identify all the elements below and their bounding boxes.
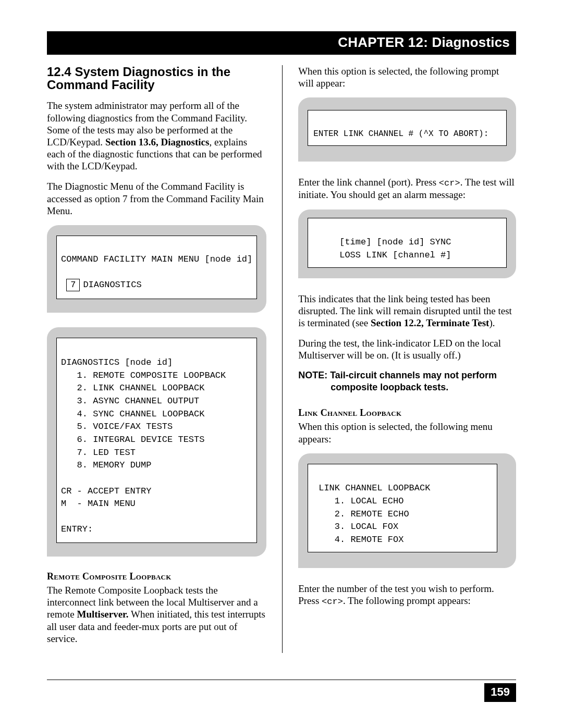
terminal-title: LINK CHANNEL LOOPBACK [319,483,430,493]
column-divider [282,65,283,653]
text: . The following prompt appears: [343,595,471,606]
note-line1: NOTE: Tail-circuit channels may not perf… [298,370,497,380]
chapter-bar: CHAPTER 12: Diagnostics [47,31,516,55]
section-title: 12.4 System Diagnostics in the Command F… [47,65,266,91]
menu-item: 8. MEMORY DUMP [77,460,152,470]
menu-item: 3. LOCAL FOX [335,522,398,532]
terminal-prompt: ENTRY: [61,524,93,534]
para-remote-composite: The Remote Composite Loopback tests the … [47,584,266,645]
para-intro-1: The system administrator may perform all… [47,100,266,172]
menu-item: 4. REMOTE FOX [335,535,404,545]
terminal-line: LOSS LINK [channel #] [339,250,451,260]
terminal-inner: COMMAND FACILITY MAIN MENU [node id] 7DI… [56,236,257,300]
terminal-line: COMMAND FACILITY MAIN MENU [node id] [61,254,252,264]
two-column-layout: 12.4 System Diagnostics in the Command F… [47,65,516,653]
bold-ref: Section 12.2, Terminate Test [371,317,489,328]
note-tail-circuit: NOTE: Tail-circuit channels may not perf… [298,369,516,393]
terminal-line: M - MAIN MENU [61,499,136,509]
terminal-title: DIAGNOSTICS [node id] [61,357,173,367]
text: Enter the link channel (port). Press [298,177,439,188]
menu-option-label: DIAGNOSTICS [83,280,141,290]
terminal-inner: [time] [node id] SYNC LOSS LINK [channel… [308,218,507,268]
terminal-box-enter-link: ENTER LINK CHANNEL # (^X TO ABORT): [298,97,516,161]
para-right-4: During the test, the link-indicator LED … [298,337,516,361]
menu-option-number: 7 [66,279,80,291]
terminal-inner: DIAGNOSTICS [node id] 1. REMOTE COMPOSIT… [56,338,257,543]
menu-item: 2. LINK CHANNEL LOOPBACK [77,383,205,393]
menu-item: 5. VOICE/FAX TESTS [77,422,173,431]
menu-item: 1. REMOTE COMPOSITE LOOPBACK [77,371,226,380]
para-right-2: Enter the link channel (port). Press <cr… [298,176,516,201]
mono-cr: <cr> [439,178,460,188]
subhead-link-channel: Link Channel Loopback [298,408,516,418]
menu-item: 4. SYNC CHANNEL LOOPBACK [77,409,205,419]
bold-multiserver: Multiserver. [77,609,129,620]
page-number: 159 [484,683,516,702]
menu-item: 7. LED TEST [77,448,136,458]
note-line2: composite loopback tests. [298,381,516,393]
terminal-line: [time] [node id] SYNC [339,237,451,247]
right-column: When this option is selected, the follow… [298,65,516,653]
para-intro-2: The Diagnostic Menu of the Command Facil… [47,180,266,217]
menu-item: 3. ASYNC CHANNEL OUTPUT [77,396,200,406]
terminal-prompt: ENTER LINK CHANNEL # (^X TO ABORT): [313,129,488,139]
para-right-6: Enter the number of the test you wish to… [298,583,516,608]
para-right-3: This indicates that the link being teste… [298,293,516,329]
bold-ref: Section 13.6, Diagnostics [105,137,210,147]
terminal-box-alarm: [time] [node id] SYNC LOSS LINK [channel… [298,209,516,278]
footer-rule [47,680,516,680]
para-right-1: When this option is selected, the follow… [298,65,516,89]
left-column: 12.4 System Diagnostics in the Command F… [47,65,266,653]
terminal-box-link-loopback: LINK CHANNEL LOOPBACK 1. LOCAL ECHO 2. R… [298,453,516,568]
text: ). [489,317,495,328]
menu-item: 2. REMOTE ECHO [335,509,409,519]
terminal-box-diagnostics-menu: DIAGNOSTICS [node id] 1. REMOTE COMPOSIT… [47,327,266,557]
terminal-inner: LINK CHANNEL LOOPBACK 1. LOCAL ECHO 2. R… [308,464,497,552]
terminal-inner: ENTER LINK CHANNEL # (^X TO ABORT): [308,110,507,145]
menu-item: 1. LOCAL ECHO [335,496,404,506]
subhead-remote-composite: Remote Composite Loopback [47,571,266,582]
terminal-box-main-menu: COMMAND FACILITY MAIN MENU [node id] 7DI… [47,225,266,313]
para-right-5: When this option is selected, the follow… [298,421,516,445]
terminal-line: CR - ACCEPT ENTRY [61,486,151,496]
mono-cr: <cr> [322,597,343,607]
menu-item: 6. INTEGRAL DEVICE TESTS [77,435,205,445]
